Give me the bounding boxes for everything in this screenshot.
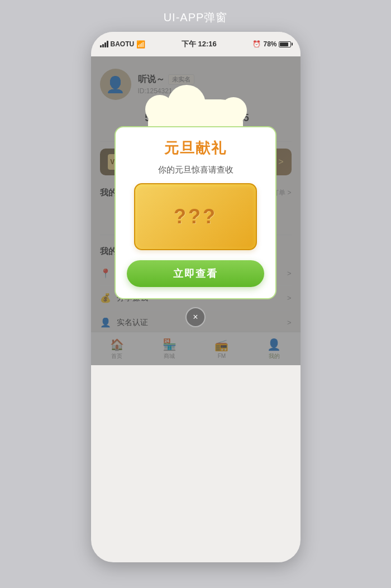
mystery-text: ??? — [174, 205, 217, 228]
status-left: BAOTU 📶 — [100, 40, 146, 49]
alarm-icon: ⏰ — [252, 40, 261, 48]
wifi-icon: 📶 — [136, 40, 145, 49]
popup-title: 元旦献礼 — [127, 138, 264, 158]
signal-icon — [100, 41, 108, 47]
close-button[interactable]: × — [185, 307, 206, 327]
app-content: 👤 听说～ 未实名 ID:1254321 5 优惠 65 — [91, 56, 301, 365]
mystery-box: ??? — [134, 183, 257, 250]
popup-card: 元旦献礼 你的元旦惊喜请查收 ??? 立即查看 — [115, 126, 276, 299]
popup-cloud-decoration — [128, 95, 263, 126]
status-time: 下午 12:16 — [182, 39, 217, 49]
status-bar: BAOTU 📶 下午 12:16 ⏰ 78% — [91, 32, 301, 56]
page-title: UI-APP弹窗 — [164, 10, 228, 25]
status-right: ⏰ 78% — [252, 40, 291, 48]
phone-frame: BAOTU 📶 下午 12:16 ⏰ 78% 👤 听说～ 未实名 — [91, 32, 301, 562]
cta-button[interactable]: 立即查看 — [127, 260, 264, 287]
popup-subtitle: 你的元旦惊喜请查收 — [127, 165, 264, 175]
overlay: 元旦献礼 你的元旦惊喜请查收 ??? 立即查看 × — [91, 56, 301, 365]
carrier-name: BAOTU — [111, 40, 135, 48]
popup-title-area: 元旦献礼 — [127, 138, 264, 158]
battery-percent: 78% — [263, 40, 276, 48]
battery-icon — [279, 41, 291, 47]
popup-container: 元旦献礼 你的元旦惊喜请查收 ??? 立即查看 × — [115, 95, 276, 327]
